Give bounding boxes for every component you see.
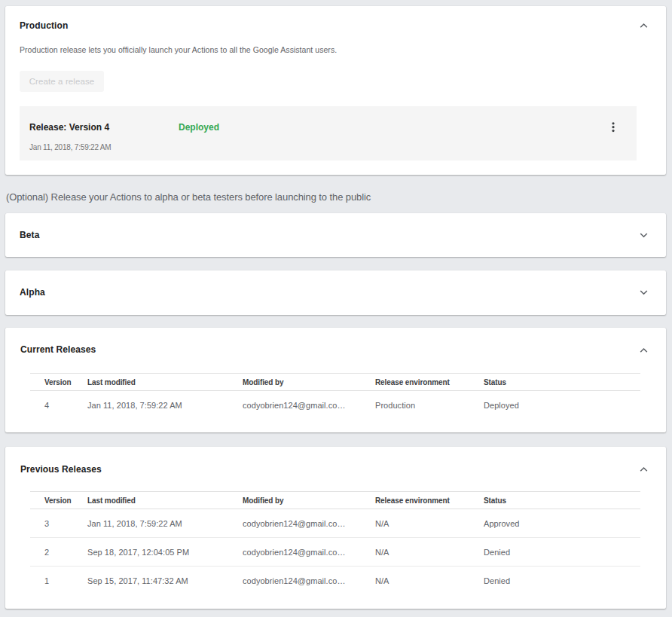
chevron-up-icon (640, 21, 648, 30)
current-releases-collapse-button[interactable] (637, 344, 651, 357)
previous-releases-collapse-button[interactable] (637, 463, 651, 476)
cell-version: 1 (30, 567, 73, 595)
previous-releases-table: Version Last modified Modified by Releas… (30, 491, 640, 595)
cell-version: 3 (30, 509, 73, 538)
deployed-release-row: Release: Version 4 Deployed Jan 11, 2018… (20, 106, 637, 160)
cell-last-modified: Jan 11, 2018, 7:59:22 AM (73, 391, 228, 420)
create-release-button[interactable]: Create a release (20, 71, 104, 92)
cell-status: Denied (469, 567, 640, 595)
table-row: 4 Jan 11, 2018, 7:59:22 AM codyobrien124… (30, 391, 640, 420)
production-collapse-button[interactable] (637, 19, 651, 32)
column-header-release-environment: Release environment (361, 492, 469, 509)
cell-modified-by: codyobrien124@gmail.co… (228, 567, 361, 595)
previous-releases-card: Previous Releases Version Last modified … (5, 447, 666, 609)
cell-release-environment: N/A (361, 538, 469, 567)
cell-release-environment: N/A (361, 567, 469, 595)
table-header-row: Version Last modified Modified by Releas… (30, 492, 640, 509)
release-status-badge: Deployed (179, 121, 219, 133)
column-header-modified-by: Modified by (228, 374, 361, 391)
cell-modified-by: codyobrien124@gmail.co… (228, 391, 361, 420)
cell-modified-by: codyobrien124@gmail.co… (228, 509, 361, 538)
column-header-version: Version (30, 374, 73, 391)
table-row: 1 Sep 15, 2017, 11:47:32 AM codyobrien12… (30, 567, 640, 595)
production-title: Production (20, 20, 666, 32)
column-header-modified-by: Modified by (228, 492, 361, 509)
chevron-up-icon (640, 346, 648, 355)
alpha-title: Alpha (20, 286, 666, 298)
cell-status: Denied (469, 538, 640, 567)
current-releases-table: Version Last modified Modified by Releas… (30, 373, 640, 420)
cell-version: 2 (30, 538, 73, 567)
cell-modified-by: codyobrien124@gmail.co… (228, 538, 361, 567)
table-header-row: Version Last modified Modified by Releas… (30, 374, 640, 391)
current-releases-card: Current Releases Version Last modified M… (5, 328, 666, 432)
cell-release-environment: N/A (361, 509, 469, 538)
production-card: Production Production release lets you o… (5, 6, 666, 175)
alpha-expand-button[interactable] (637, 286, 651, 299)
cell-status: Deployed (469, 391, 640, 420)
column-header-release-environment: Release environment (361, 374, 469, 391)
column-header-last-modified: Last modified (73, 374, 228, 391)
column-header-status: Status (469, 492, 640, 509)
chevron-down-icon (640, 288, 648, 297)
cell-status: Approved (469, 509, 640, 538)
cell-release-environment: Production (361, 391, 469, 420)
cell-last-modified: Sep 15, 2017, 11:47:32 AM (73, 567, 228, 595)
beta-title: Beta (20, 229, 666, 241)
optional-note: (Optional) Release your Actions to alpha… (6, 191, 666, 203)
cell-last-modified: Sep 18, 2017, 12:04:05 PM (73, 538, 228, 567)
column-header-version: Version (30, 492, 73, 509)
release-title: Release: Version 4 (29, 121, 637, 133)
release-date: Jan 11, 2018, 7:59:22 AM (29, 142, 637, 152)
table-row: 3 Jan 11, 2018, 7:59:22 AM codyobrien124… (30, 509, 640, 538)
production-description: Production release lets you officially l… (20, 44, 666, 55)
beta-expand-button[interactable] (637, 228, 651, 242)
column-header-status: Status (469, 374, 640, 391)
chevron-down-icon (640, 231, 648, 240)
release-menu-button[interactable] (607, 121, 619, 133)
more-vert-icon (612, 124, 615, 135)
previous-releases-title: Previous Releases (20, 463, 666, 475)
alpha-card[interactable]: Alpha (5, 270, 666, 315)
chevron-up-icon (640, 465, 648, 474)
beta-card[interactable]: Beta (5, 213, 666, 257)
current-releases-title: Current Releases (20, 344, 666, 356)
table-row: 2 Sep 18, 2017, 12:04:05 PM codyobrien12… (30, 538, 640, 567)
cell-last-modified: Jan 11, 2018, 7:59:22 AM (73, 509, 228, 538)
release-page: Production Production release lets you o… (0, 0, 672, 609)
cell-version: 4 (30, 391, 73, 420)
column-header-last-modified: Last modified (73, 492, 228, 509)
